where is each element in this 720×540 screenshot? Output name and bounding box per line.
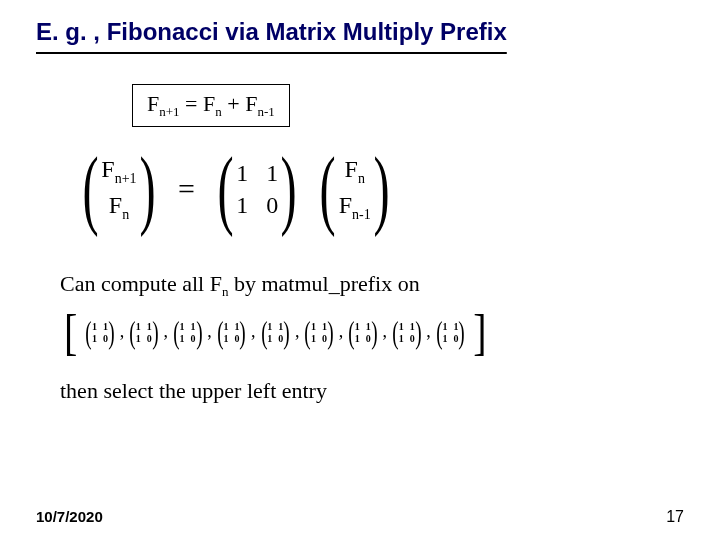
mat-rhs-a-base: F: [345, 156, 358, 182]
small-matrix: 1110: [346, 318, 379, 346]
small-matrix: 1110: [215, 318, 248, 346]
comma: ,: [423, 321, 434, 342]
mat-rhs-a-sub: n: [358, 170, 365, 185]
close-bracket-icon: ]: [469, 303, 490, 362]
body-then: then select the upper left entry: [60, 378, 684, 404]
recurrence-box: Fn+1 = Fn + Fn-1: [132, 84, 290, 127]
footer-page-number: 17: [666, 508, 684, 526]
rec-f1-sub: n+1: [159, 104, 179, 119]
open-bracket-icon: [: [60, 303, 81, 362]
mat-lhs: Fn+1 Fn: [76, 153, 162, 225]
mat-rhs: Fn Fn-1: [313, 153, 396, 225]
rec-eq: =: [180, 91, 203, 116]
slide-title: E. g. , Fibonacci via Matrix Multiply Pr…: [36, 18, 684, 52]
rec-plus: +: [222, 91, 245, 116]
body-line-1: Can compute all Fn by matmul_prefix on: [60, 271, 684, 300]
small-matrix: 1110: [171, 318, 204, 346]
rec-f3-base: F: [245, 91, 257, 116]
comma: ,: [336, 321, 347, 342]
mat-M-12: 1: [266, 161, 278, 185]
mat-lhs-a-base: F: [101, 156, 114, 182]
small-matrix: 1110: [259, 318, 292, 346]
comma: ,: [380, 321, 391, 342]
mat-M: 11 10: [211, 153, 304, 225]
mat-lhs-b-base: F: [109, 192, 122, 218]
mat-lhs-b-sub: n: [122, 207, 129, 222]
footer: 10/7/2020 17: [36, 508, 684, 526]
mat-rhs-b-base: F: [339, 192, 352, 218]
small-matrix: 1110: [302, 318, 335, 346]
small-matrix: 1110: [390, 318, 423, 346]
footer-date: 10/7/2020: [36, 508, 103, 525]
body-1a: Can compute all F: [60, 271, 222, 296]
matrix-array: [ 1110,1110,1110,1110,1110,1110,1110,111…: [60, 309, 684, 356]
small-matrix: 1110: [127, 318, 160, 346]
mat-M-21: 1: [236, 193, 248, 217]
comma: ,: [160, 321, 171, 342]
mat-rhs-b-sub: n-1: [352, 207, 371, 222]
small-matrix: 1110: [83, 318, 116, 346]
rec-f3-sub: n-1: [257, 104, 274, 119]
matrix-equation: Fn+1 Fn = 11 10 Fn Fn-1: [76, 153, 684, 225]
body-1b: by matmul_prefix on: [228, 271, 419, 296]
mat-M-11: 1: [236, 161, 248, 185]
mat-lhs-a-sub: n+1: [115, 170, 137, 185]
comma: ,: [292, 321, 303, 342]
rec-f1-base: F: [147, 91, 159, 116]
comma: ,: [117, 321, 128, 342]
comma: ,: [204, 321, 215, 342]
small-matrix: 1110: [434, 318, 467, 346]
comma: ,: [248, 321, 259, 342]
mat-eq-sign: =: [172, 174, 201, 204]
mat-M-22: 0: [266, 193, 278, 217]
rec-f2-base: F: [203, 91, 215, 116]
